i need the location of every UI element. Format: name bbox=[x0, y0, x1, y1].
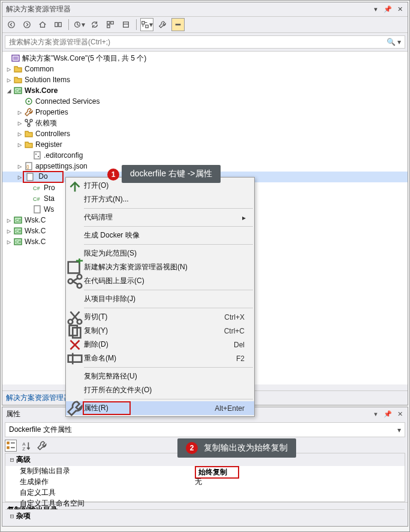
panel-titlebar: 解决方案资源管理器 ▾ 📌 ✕ bbox=[2, 2, 408, 16]
svg-rect-3 bbox=[59, 23, 61, 27]
cs-icon: C# bbox=[32, 183, 42, 193]
svg-rect-5 bbox=[107, 22, 110, 24]
ctx-delete[interactable]: 删除(D) Del bbox=[66, 338, 254, 351]
search-box[interactable]: 🔍 ▾ bbox=[5, 35, 405, 49]
ctx-new-view[interactable]: 新建解决方案资源管理器视图(N) bbox=[66, 260, 254, 274]
csproj-icon: C# bbox=[13, 226, 23, 236]
ctx-separator bbox=[84, 367, 253, 368]
close-icon[interactable]: ✕ bbox=[396, 410, 404, 419]
ctx-exclude[interactable]: 从项目中排除(J) bbox=[66, 292, 254, 306]
svg-point-18 bbox=[28, 101, 30, 103]
ctx-copy-path[interactable]: 复制完整路径(U) bbox=[66, 369, 254, 383]
prop-row-customtool[interactable]: 自定义工具 bbox=[5, 488, 405, 498]
dropdown-icon[interactable]: ▾ bbox=[397, 426, 401, 434]
solution-toolbar: ▾ ▾ bbox=[2, 16, 408, 33]
svg-rect-2 bbox=[55, 23, 58, 27]
ctx-properties[interactable]: 属性(R) Alt+Enter bbox=[66, 401, 254, 415]
pin-icon[interactable]: 📌 bbox=[384, 5, 392, 14]
svg-text:C#: C# bbox=[16, 218, 21, 223]
ctx-copy[interactable]: 复制(Y) Ctrl+C bbox=[66, 324, 254, 338]
prop-row-copyout[interactable]: 复制到输出目录 始终复制 bbox=[5, 466, 405, 477]
wrench-button[interactable] bbox=[156, 18, 169, 31]
ctx-build-docker[interactable]: 生成 Docker 映像 bbox=[66, 229, 254, 242]
alphabetical-button[interactable]: AZ bbox=[20, 440, 32, 452]
tree-properties[interactable]: ▷ Properties bbox=[2, 107, 408, 118]
json-icon: {} bbox=[24, 161, 34, 171]
ctx-separator bbox=[84, 244, 253, 245]
ctx-scope-to[interactable]: 限定为此范围(S) bbox=[66, 247, 254, 260]
dropdown-icon[interactable]: ▾ bbox=[372, 410, 380, 419]
ctx-cut[interactable]: 剪切(T) Ctrl+X bbox=[66, 310, 254, 324]
tree-register[interactable]: ▷ Register bbox=[2, 139, 408, 150]
tree-connected-services[interactable]: Connected Services bbox=[2, 96, 408, 107]
properties-button[interactable] bbox=[119, 18, 132, 31]
annotation-number-1: 1 bbox=[107, 169, 119, 181]
config-icon bbox=[32, 151, 42, 160]
svg-rect-49 bbox=[7, 441, 10, 444]
prop-row-customtoolns[interactable]: 自定义工具命名空间 bbox=[5, 498, 405, 509]
sync-button[interactable] bbox=[88, 18, 101, 31]
tree-editorconfig[interactable]: .editorconfig bbox=[2, 150, 408, 161]
svg-point-1 bbox=[24, 22, 31, 28]
show-all-button[interactable] bbox=[104, 18, 117, 31]
annotation-balloon-2: 2 复制输出改为始终复制 bbox=[177, 438, 296, 458]
forward-button[interactable] bbox=[20, 18, 34, 31]
properties-panel: 属性 ▾ 📌 ✕ Dockerfile 文件属性 ▾ AZ ⊟高级 复制到输出目… bbox=[2, 407, 408, 527]
svg-point-40 bbox=[68, 279, 73, 284]
cs-icon: C# bbox=[32, 194, 42, 203]
svg-rect-27 bbox=[27, 173, 33, 181]
category-misc[interactable]: ⊟杂项 bbox=[5, 509, 405, 522]
home-button[interactable] bbox=[36, 18, 49, 31]
back-button[interactable] bbox=[5, 18, 18, 31]
pending-changes-button[interactable]: ▾ bbox=[73, 18, 86, 31]
tree-project-wskcore[interactable]: ◢ C# Wsk.Core bbox=[2, 85, 408, 96]
tree-folder-common[interactable]: ▷ Common bbox=[2, 64, 408, 74]
dropdown-icon[interactable]: ▾ bbox=[372, 5, 380, 14]
panel-title: 解决方案资源管理器 bbox=[6, 4, 71, 14]
folder-icon bbox=[13, 75, 23, 85]
submenu-arrow-icon: ▸ bbox=[242, 214, 251, 222]
tree-controllers[interactable]: ▷ Controllers bbox=[2, 128, 408, 139]
svg-rect-47 bbox=[68, 355, 82, 362]
search-icon[interactable]: 🔍 ▾ bbox=[383, 38, 405, 46]
svg-text:Z: Z bbox=[22, 446, 25, 451]
group-button[interactable]: ▾ bbox=[140, 18, 153, 31]
svg-rect-14 bbox=[13, 56, 18, 60]
svg-point-0 bbox=[8, 22, 15, 28]
rename-icon bbox=[66, 350, 84, 368]
svg-rect-11 bbox=[146, 25, 148, 28]
file-icon bbox=[25, 172, 35, 182]
tree-dependencies[interactable]: ▷ 依赖项 bbox=[2, 118, 408, 128]
ctx-separator bbox=[84, 208, 253, 209]
svg-text:C#: C# bbox=[16, 229, 21, 233]
footer-tab-explorer[interactable]: 解决方案资源管理器 bbox=[6, 393, 71, 403]
ctx-code-cleanup[interactable]: 代码清理 ▸ bbox=[66, 211, 254, 224]
categorized-button[interactable] bbox=[5, 440, 17, 452]
switch-view-button[interactable] bbox=[52, 18, 65, 31]
prop-row-buildaction[interactable]: 生成操作 无 bbox=[5, 477, 405, 488]
svg-point-24 bbox=[38, 156, 39, 157]
ctx-separator bbox=[84, 290, 253, 290]
svg-rect-6 bbox=[111, 22, 113, 24]
csproj-icon: C# bbox=[13, 237, 23, 247]
close-icon[interactable]: ✕ bbox=[396, 5, 404, 14]
svg-text:C#: C# bbox=[33, 196, 40, 202]
properties-object-header[interactable]: Dockerfile 文件属性 ▾ bbox=[5, 422, 405, 437]
wrench-button[interactable] bbox=[36, 440, 48, 452]
ctx-open-with[interactable]: 打开方式(N)... bbox=[66, 193, 254, 206]
properties-grid[interactable]: ⊟高级 复制到输出目录 始终复制 生成操作 无 自定义工具 自定义工具命名空间 … bbox=[5, 453, 405, 502]
svg-text:C#: C# bbox=[16, 89, 21, 93]
tree-folder-solutionitems[interactable]: ▷ Solution Items bbox=[2, 74, 408, 85]
pin-icon[interactable]: 📌 bbox=[384, 410, 392, 419]
solution-node[interactable]: 解决方案"Wsk.Core"(5 个项目, 共 5 个) bbox=[2, 53, 408, 64]
svg-text:{}: {} bbox=[26, 164, 29, 169]
ctx-open-folder[interactable]: 打开所在的文件夹(O) bbox=[66, 383, 254, 397]
ctx-show-codemap[interactable]: 在代码图上显示(C) bbox=[66, 274, 254, 288]
collapse-button[interactable] bbox=[171, 18, 185, 31]
wrench-icon bbox=[66, 399, 84, 417]
ctx-rename[interactable]: 重命名(M) F2 bbox=[66, 351, 254, 365]
csproj-icon: C# bbox=[13, 215, 23, 225]
search-input[interactable] bbox=[5, 37, 383, 47]
annotation-number-2: 2 bbox=[186, 442, 198, 454]
svg-rect-50 bbox=[7, 446, 10, 449]
